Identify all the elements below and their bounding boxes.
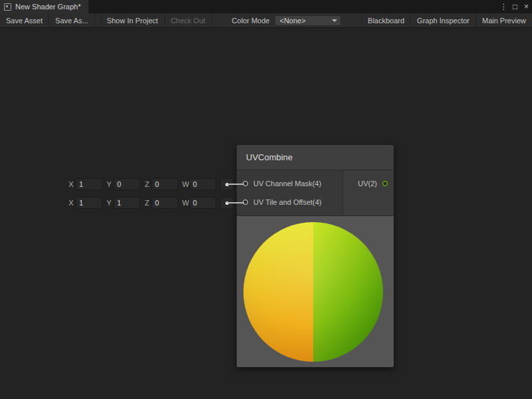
input-port-uv-tile-offset[interactable] [243,200,248,205]
toolbar: Save Asset Save As... Show In Project Ch… [0,13,532,28]
x-field[interactable]: 1 [76,197,102,209]
output-row-uv: UV(2) [343,174,394,193]
input-row-uv-tile-offset: UV Tile and Offset(4) [237,193,342,211]
blackboard-button[interactable]: Blackboard [361,13,410,27]
z-value: 0 [155,199,159,207]
x-field[interactable]: 1 [76,178,102,190]
node-header[interactable]: UVCombine [237,145,394,170]
shader-graph-icon [4,3,11,11]
uv-preview-left-half [243,222,313,362]
window-controls: ⋮ □ × [498,0,532,13]
input-port-uv-channel-mask[interactable] [243,181,248,186]
save-asset-button[interactable]: Save Asset [0,13,49,27]
tab-new-shader-graph[interactable]: New Shader Graph* [0,0,88,13]
w-value: 0 [193,180,197,188]
w-field[interactable]: 0 [190,178,216,190]
vector4-input-row-1: X 1 Y 0 Z 0 W 0 [68,178,233,191]
y-field[interactable]: 0 [114,178,140,190]
graph-inspector-button[interactable]: Graph Inspector [410,13,475,27]
main-preview-button[interactable]: Main Preview [475,13,532,27]
w-field[interactable]: 0 [190,197,216,209]
uv-preview-right-half [313,222,383,362]
title-bar: New Shader Graph* ⋮ □ × [0,0,532,13]
uv-preview-sphere [243,222,383,362]
chevron-down-icon [332,19,337,22]
toolbar-spacer [341,13,361,27]
node-title: UVCombine [246,152,293,162]
color-mode-label: Color Mode [212,17,275,25]
y-value: 0 [117,180,121,188]
input-port-label: UV Channel Mask(4) [253,180,321,188]
w-value: 0 [193,199,197,207]
close-icon[interactable]: × [521,0,532,13]
connector-dot-icon [225,201,229,205]
z-field-label: Z [144,199,150,207]
vector4-input-row-2: X 1 Y 1 Z 0 W 0 [68,196,233,209]
output-port-label: UV(2) [358,180,377,188]
input-row-uv-channel-mask: UV Channel Mask(4) [237,174,342,193]
output-port-uv[interactable] [382,181,388,186]
connector-dot-icon [225,183,229,186]
tab-title: New Shader Graph* [15,3,80,11]
node-body: UV Channel Mask(4) UV Tile and Offset(4)… [237,170,394,216]
node-outputs: UV(2) [342,170,394,215]
x-value: 1 [79,180,83,188]
y-field-label: Y [106,199,112,207]
check-out-button: Check Out [165,13,212,27]
y-value: 1 [117,199,121,207]
z-field-label: Z [144,180,150,188]
input-port-label: UV Tile and Offset(4) [253,198,322,206]
x-field-label: X [68,180,74,188]
z-value: 0 [155,180,159,188]
z-field[interactable]: 0 [152,178,178,190]
show-in-project-button[interactable]: Show In Project [100,13,165,27]
x-field-label: X [68,199,74,207]
shader-graph-window: New Shader Graph* ⋮ □ × Save Asset Save … [0,0,532,399]
y-field[interactable]: 1 [114,197,140,209]
vector-output-connector[interactable] [220,197,233,209]
w-field-label: W [182,180,188,188]
w-field-label: W [182,199,188,207]
vector-output-connector[interactable] [220,178,233,190]
color-mode-dropdown[interactable]: <None> [275,15,341,26]
graph-canvas[interactable]: UVCombine UV Channel Mask(4) UV Tile and… [0,28,532,399]
y-field-label: Y [106,180,112,188]
node-inputs: UV Channel Mask(4) UV Tile and Offset(4) [237,170,342,215]
z-field[interactable]: 0 [152,197,178,209]
maximize-icon[interactable]: □ [509,0,521,13]
color-mode-value: <None> [279,17,305,25]
window-menu-icon[interactable]: ⋮ [498,0,509,13]
node-preview [237,216,394,367]
save-as-button[interactable]: Save As... [49,13,95,27]
x-value: 1 [79,199,83,207]
node-uvcombine[interactable]: UVCombine UV Channel Mask(4) UV Tile and… [236,144,394,368]
